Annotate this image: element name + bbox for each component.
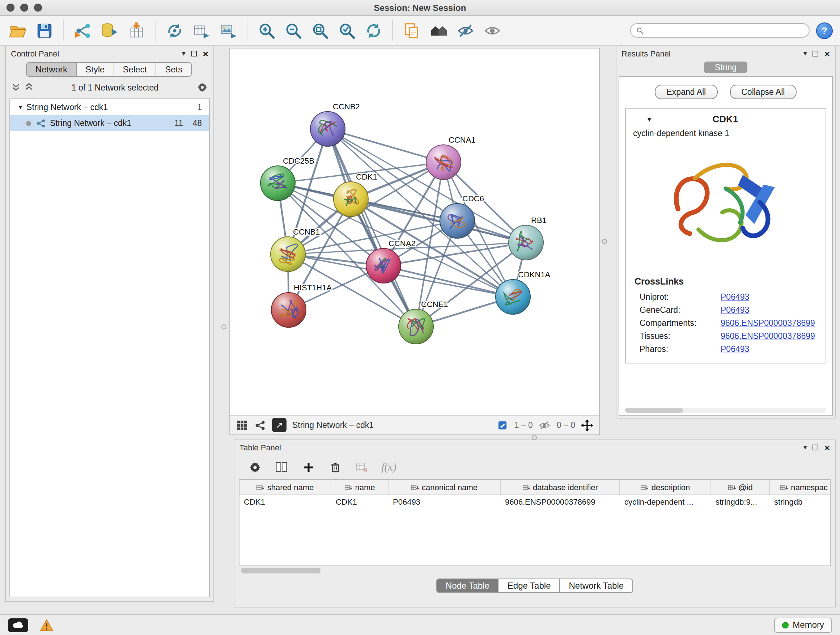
crosslink-uniprot-link[interactable]: P06493 (721, 293, 749, 301)
collapse-icon[interactable]: ▾ (19, 103, 22, 111)
collapse-all-icon[interactable] (11, 82, 20, 93)
column-header[interactable]: namespac (770, 480, 831, 494)
titlebar: Session: New Session (0, 0, 840, 16)
close-panel-icon[interactable]: × (824, 443, 830, 452)
detach-view-button[interactable]: ↗ (272, 418, 286, 432)
tab-edge-table[interactable]: Edge Table (498, 578, 561, 593)
export-table-button[interactable] (191, 20, 211, 41)
open-session-button[interactable] (7, 20, 27, 41)
table-header-row: shared namenamecanonical namedatabase id… (240, 480, 830, 495)
scrollbar-thumb[interactable] (241, 568, 321, 573)
control-panel: Control Panel ▾ × Network Style Select S… (5, 46, 214, 602)
memory-button[interactable]: Memory (774, 617, 832, 632)
save-session-button[interactable] (34, 20, 54, 41)
crosslink-pharos-link[interactable]: P06493 (721, 345, 749, 353)
table-horizontal-scrollbar[interactable] (240, 568, 829, 574)
protein-name: CDK1 (653, 114, 798, 125)
table-settings-gear-icon[interactable] (248, 460, 262, 474)
network-canvas[interactable]: CCNB2CCNA1CDC25BCDK1CDC6RB1CCNB1CCNA2CDK… (230, 49, 599, 415)
protein-card-header[interactable]: ▼ CDK1 (626, 109, 826, 127)
zoom-out-icon (284, 21, 302, 40)
left-splitter-handle[interactable] (221, 325, 226, 329)
column-header[interactable]: name (332, 480, 388, 494)
search-input[interactable] (647, 26, 804, 35)
search-box[interactable] (630, 23, 810, 38)
tab-node-table[interactable]: Node Table (436, 578, 499, 593)
crosslink-row: Compartments: 9606.ENSP00000378699 (626, 317, 826, 329)
close-panel-icon[interactable]: × (203, 49, 208, 58)
collapse-card-icon[interactable]: ▼ (646, 116, 653, 123)
crosslink-genecard-link[interactable]: P06493 (721, 306, 749, 314)
results-horizontal-scrollbar[interactable] (625, 408, 826, 413)
float-panel-icon[interactable] (191, 51, 197, 57)
save-floppy-icon (35, 21, 53, 40)
application-window: Session: New Session (0, 0, 840, 635)
crosslink-row: Tissues: 9606.ENSP00000378699 (626, 329, 826, 342)
scrollbar-thumb[interactable] (625, 408, 683, 413)
gear-icon[interactable] (197, 81, 208, 94)
grid-view-icon[interactable] (236, 419, 248, 431)
float-panel-icon[interactable] (813, 51, 819, 57)
tab-string[interactable]: String (704, 62, 747, 73)
float-panel-icon[interactable] (813, 445, 819, 450)
panel-menu-icon[interactable]: ▾ (804, 444, 807, 451)
apply-layout-button[interactable] (363, 20, 384, 41)
tab-network[interactable]: Network (26, 62, 77, 77)
function-builder-icon[interactable]: f(x) (381, 461, 396, 473)
warnings-button[interactable] (38, 618, 55, 632)
hidden-eye-slash-icon[interactable] (538, 419, 551, 431)
expand-all-button[interactable]: Expand All (655, 85, 718, 99)
network-collection-row[interactable]: ▾ String Network – cdk1 1 (10, 99, 209, 115)
right-splitter-handle[interactable] (602, 239, 607, 244)
close-panel-icon[interactable]: × (824, 49, 830, 58)
panel-menu-icon[interactable]: ▾ (804, 50, 807, 57)
crosslink-tissues-link[interactable]: 9606.ENSP00000378699 (721, 332, 815, 340)
tab-sets[interactable]: Sets (156, 62, 192, 77)
column-header[interactable]: description (620, 480, 711, 494)
selected-checkbox-icon[interactable] (496, 419, 508, 431)
zoom-fit-button[interactable] (309, 20, 330, 41)
hide-graphics-button[interactable] (455, 20, 475, 41)
help-button[interactable]: ? (816, 22, 833, 39)
pan-move-icon[interactable] (581, 419, 593, 431)
column-header[interactable]: shared name (240, 480, 332, 494)
import-network-database-button[interactable] (99, 20, 119, 41)
collapse-all-button[interactable]: Collapse All (729, 85, 796, 99)
delete-column-trash-icon[interactable] (328, 460, 342, 474)
show-graphics-button[interactable] (482, 20, 502, 41)
window-title: Session: New Session (0, 3, 840, 13)
crosslink-compartments-link[interactable]: 9606.ENSP00000378699 (721, 318, 815, 327)
column-header[interactable]: canonical name (388, 480, 501, 494)
tab-select[interactable]: Select (113, 62, 156, 77)
results-panel-header: Results Panel ▾ × (616, 46, 835, 61)
tab-style[interactable]: Style (76, 62, 114, 77)
eye-icon (483, 21, 501, 40)
expand-all-icon[interactable] (25, 82, 33, 93)
open-folder-icon (8, 21, 27, 40)
import-table-button[interactable] (126, 20, 146, 41)
annotation-button[interactable] (401, 20, 422, 41)
zoom-out-button[interactable] (283, 20, 303, 41)
network-arrows-icon (165, 21, 183, 40)
add-column-icon[interactable] (301, 460, 316, 474)
show-columns-icon[interactable] (274, 460, 289, 474)
zoom-in-button[interactable] (256, 20, 276, 41)
clone-network-button[interactable] (164, 20, 185, 41)
bottom-splitter-handle[interactable] (532, 435, 537, 440)
table-row[interactable]: CDK1CDK1P064939606.ENSP00000378699cyclin… (240, 495, 830, 510)
column-header[interactable]: database identifier (501, 480, 620, 494)
results-panel: Results Panel ▾ × String Expand All Coll… (616, 46, 836, 418)
network-list-icon[interactable] (254, 419, 266, 431)
svg-text:CDKN1A: CDKN1A (518, 270, 551, 279)
network-row[interactable]: String Network – cdk1 11 48 (10, 115, 209, 131)
import-network-button[interactable] (73, 20, 93, 41)
panel-menu-icon[interactable]: ▾ (182, 50, 186, 57)
delete-table-icon[interactable] (355, 460, 369, 474)
zoom-selected-button[interactable] (336, 20, 357, 41)
cloud-button[interactable] (8, 618, 28, 632)
tab-network-table[interactable]: Network Table (560, 578, 633, 593)
table-cell: CDK1 (332, 495, 388, 510)
column-header[interactable]: @id (711, 480, 770, 494)
export-image-button[interactable] (218, 20, 238, 41)
home-button[interactable] (428, 20, 448, 41)
